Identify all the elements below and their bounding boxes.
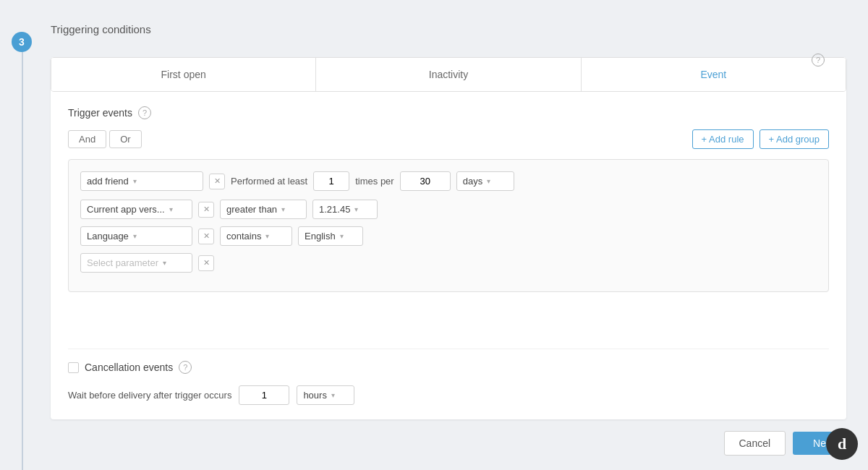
filter-operator-1-select[interactable]: contains ▾ — [220, 226, 292, 246]
top-help-icon[interactable]: ? — [812, 54, 825, 67]
wait-unit-select[interactable]: hours ▾ — [297, 385, 354, 405]
filter-val-0-chevron-icon: ▾ — [354, 205, 358, 213]
trigger-events-help-icon[interactable]: ? — [138, 106, 151, 119]
cancel-button[interactable]: Cancel — [724, 431, 786, 456]
filter-op-0-chevron-icon: ▾ — [281, 205, 285, 213]
filter-param-0-chevron-icon: ▾ — [169, 205, 173, 213]
period-input[interactable]: 30 — [400, 171, 451, 191]
and-button[interactable]: And — [68, 130, 106, 148]
tab-inactivity[interactable]: Inactivity — [316, 58, 581, 91]
cancellation-label: Cancellation events — [85, 362, 173, 373]
filter-param-2-select[interactable]: Select parameter ▾ — [80, 253, 192, 273]
filter-operator-0-select[interactable]: greater than ▾ — [220, 200, 307, 219]
event-name-select[interactable]: add friend ▾ — [80, 171, 203, 191]
performed-label: Performed at least — [231, 176, 307, 187]
filter-param-1-chevron-icon: ▾ — [133, 232, 137, 240]
trigger-events-label: Trigger events — [68, 107, 132, 119]
cancellation-help-icon[interactable]: ? — [179, 361, 192, 374]
filter-param-1-select[interactable]: Language ▾ — [80, 226, 192, 246]
wait-label: Wait before delivery after trigger occur… — [68, 390, 231, 401]
times-input[interactable]: 1 — [313, 171, 349, 191]
rule-group: add friend ▾ ✕ Performed at least 1 time… — [68, 159, 829, 292]
page-title: Triggering conditions — [51, 22, 151, 35]
tabs-container: First open Inactivity Event — [51, 57, 846, 92]
add-rule-button[interactable]: + Add rule — [692, 129, 754, 149]
filter-value-1-select[interactable]: English ▾ — [298, 226, 363, 246]
remove-filter-0-button[interactable]: ✕ — [198, 202, 214, 218]
or-button[interactable]: Or — [109, 130, 141, 148]
filter-param-2-chevron-icon: ▾ — [163, 259, 166, 267]
event-name-chevron-icon: ▾ — [133, 177, 137, 185]
period-unit-chevron-icon: ▾ — [487, 177, 490, 185]
filter-op-1-chevron-icon: ▾ — [265, 232, 269, 240]
remove-filter-1-button[interactable]: ✕ — [198, 228, 214, 244]
logo-watermark: d — [826, 428, 858, 460]
times-per-label: times per — [355, 176, 393, 187]
remove-event-button[interactable]: ✕ — [209, 174, 225, 189]
wait-value-input[interactable]: 1 — [239, 385, 289, 405]
add-group-button[interactable]: + Add group — [760, 129, 829, 149]
cancellation-checkbox[interactable] — [68, 362, 79, 373]
tab-first-open[interactable]: First open — [51, 58, 316, 91]
wait-unit-chevron-icon: ▾ — [331, 391, 335, 399]
filter-value-0-select[interactable]: 1.21.45 ▾ — [312, 200, 378, 219]
filter-val-1-chevron-icon: ▾ — [340, 232, 344, 240]
period-unit-select[interactable]: days ▾ — [456, 171, 514, 191]
remove-filter-2-button[interactable]: ✕ — [198, 255, 214, 271]
tab-event[interactable]: Event — [582, 58, 846, 91]
filter-param-0-select[interactable]: Current app vers... ▾ — [80, 200, 192, 219]
step-number: 3 — [12, 32, 32, 52]
